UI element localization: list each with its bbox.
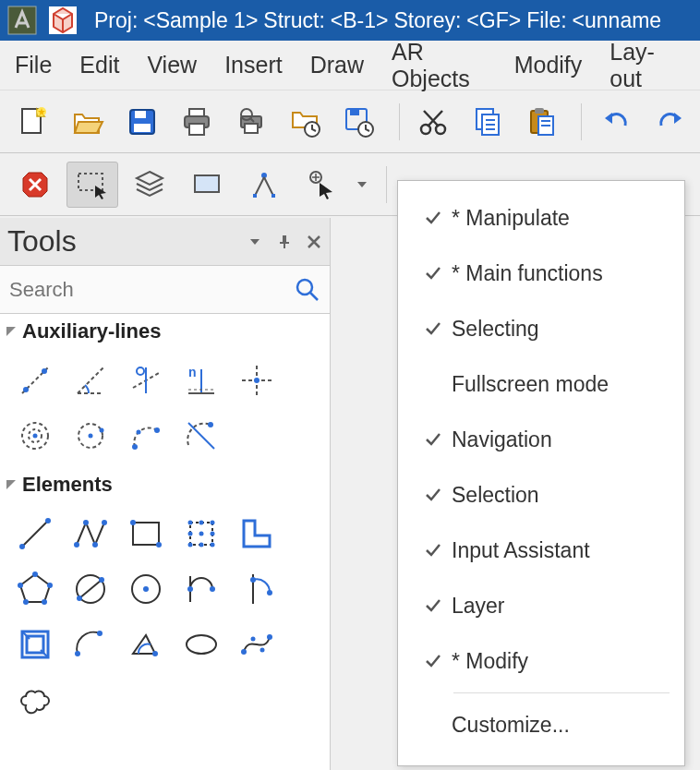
svg-point-102 <box>23 599 29 605</box>
tool-arc-center[interactable] <box>120 619 172 670</box>
svg-line-78 <box>22 521 48 547</box>
ctx-item-layer[interactable]: Layer <box>398 578 684 633</box>
ctx-item-selecting[interactable]: Selecting <box>398 301 684 356</box>
ctx-item-main-functions[interactable]: * Main functions <box>398 246 684 301</box>
tool-aux-circle-point[interactable] <box>65 410 116 462</box>
svg-point-119 <box>97 631 103 636</box>
check-icon <box>415 210 452 226</box>
tool-rect-grid[interactable] <box>175 508 227 559</box>
tools-search-input[interactable] <box>7 277 293 303</box>
svg-point-121 <box>187 635 216 654</box>
section-aux-header[interactable]: Auxiliary-lines <box>0 314 330 349</box>
svg-rect-6 <box>135 111 146 118</box>
tool-polygon[interactable] <box>9 563 61 615</box>
layers-button[interactable] <box>124 162 175 208</box>
panel-close-button[interactable] <box>300 228 328 256</box>
save-button[interactable] <box>118 99 167 145</box>
open-recent-button[interactable] <box>281 99 330 145</box>
menu-view[interactable]: View <box>147 52 197 78</box>
tool-aux-tangent[interactable] <box>175 410 227 462</box>
svg-point-125 <box>260 648 265 653</box>
svg-point-106 <box>77 596 82 601</box>
ctx-item-selection[interactable]: Selection <box>398 467 684 523</box>
panel-dropdown-button[interactable] <box>241 228 269 256</box>
section-elem-header[interactable]: Elements <box>0 467 330 502</box>
svg-point-124 <box>251 637 256 642</box>
print-preview-button[interactable] <box>226 99 275 145</box>
svg-point-71 <box>100 428 104 433</box>
check-icon <box>415 431 452 448</box>
menu-draw[interactable]: Draw <box>310 52 364 78</box>
tool-aux-line[interactable] <box>9 355 61 406</box>
section-elem-label: Elements <box>22 473 113 497</box>
close-stop-button[interactable] <box>9 162 61 208</box>
undo-button[interactable] <box>591 99 640 145</box>
settings-pointer-button[interactable] <box>296 162 347 208</box>
tool-aux-perp[interactable] <box>120 355 172 406</box>
tool-aux-normal[interactable]: n <box>175 355 227 406</box>
svg-point-68 <box>33 434 38 439</box>
menu-modify[interactable]: Modify <box>514 52 583 78</box>
panel-pin-button[interactable] <box>271 228 298 256</box>
title-struct-val: <B-1> <box>331 8 389 33</box>
save-recent-button[interactable] <box>335 99 384 145</box>
paste-button[interactable] <box>518 99 567 145</box>
tool-cloud[interactable] <box>9 674 61 726</box>
ctx-item-fullscreen[interactable]: Fullscreen mode <box>398 356 684 412</box>
svg-point-100 <box>47 583 53 588</box>
svg-rect-27 <box>535 108 544 114</box>
print-button[interactable] <box>173 99 222 145</box>
svg-marker-31 <box>605 113 612 124</box>
new-file-button[interactable] <box>9 99 58 145</box>
title-struct-label: Struct: <box>263 8 324 33</box>
redo-button[interactable] <box>646 99 694 145</box>
tool-polyline[interactable] <box>65 508 116 559</box>
menu-edit[interactable]: Edit <box>79 52 119 78</box>
menu-file[interactable]: File <box>15 52 52 78</box>
toolbar-overflow-button[interactable] <box>353 162 371 208</box>
tool-aux-cross[interactable] <box>231 355 283 406</box>
select-rect-button[interactable] <box>66 162 118 208</box>
tool-ellipse[interactable] <box>175 619 227 670</box>
copy-button[interactable] <box>464 99 513 145</box>
search-icon[interactable] <box>293 275 322 305</box>
svg-rect-85 <box>133 523 159 545</box>
tool-aux-angle[interactable] <box>65 355 116 406</box>
svg-rect-45 <box>283 235 286 243</box>
ctx-item-input-assistant[interactable]: Input Assistant <box>398 523 684 578</box>
tool-el-shape[interactable] <box>231 508 283 559</box>
tools-panel-header: Tools <box>0 218 330 266</box>
rect-tool-button[interactable] <box>181 162 233 208</box>
tool-spline[interactable] <box>231 619 283 670</box>
ctx-item-customize[interactable]: Customize... <box>398 697 684 752</box>
svg-point-73 <box>154 427 160 433</box>
tool-concentric[interactable] <box>9 619 61 670</box>
compass-tool-button[interactable] <box>238 162 290 208</box>
open-file-button[interactable] <box>64 99 113 145</box>
tool-line[interactable] <box>9 508 61 559</box>
title-proj-val: <Sample 1> <box>143 8 258 33</box>
ctx-item-label: Layer <box>452 594 505 619</box>
menu-ar-objects[interactable]: AR Objects <box>392 39 487 92</box>
svg-point-90 <box>199 521 204 525</box>
ctx-item-manipulate[interactable]: * Manipulate <box>398 190 684 246</box>
title-storey-label: Storey: <box>393 8 461 33</box>
menu-layout[interactable]: Lay-out <box>609 39 672 92</box>
tool-aux-arc[interactable] <box>120 410 172 462</box>
tool-circle-center[interactable] <box>120 563 172 615</box>
ctx-item-label: Selection <box>452 483 539 508</box>
cut-button[interactable] <box>409 99 458 145</box>
tool-circle-diameter[interactable] <box>65 563 116 615</box>
svg-rect-40 <box>272 194 275 198</box>
ctx-item-navigation[interactable]: Navigation <box>398 412 684 467</box>
svg-rect-46 <box>280 242 289 244</box>
menu-insert[interactable]: Insert <box>224 52 283 78</box>
svg-point-107 <box>99 577 104 583</box>
tool-semicircle[interactable] <box>175 563 227 615</box>
svg-point-72 <box>132 444 138 450</box>
tool-tangent-circle[interactable] <box>231 563 283 615</box>
ctx-item-modify[interactable]: * Modify <box>398 633 684 689</box>
tool-aux-circle-dashed[interactable] <box>9 410 61 462</box>
tool-arc[interactable] <box>65 619 116 670</box>
tool-rectangle[interactable] <box>120 508 172 559</box>
